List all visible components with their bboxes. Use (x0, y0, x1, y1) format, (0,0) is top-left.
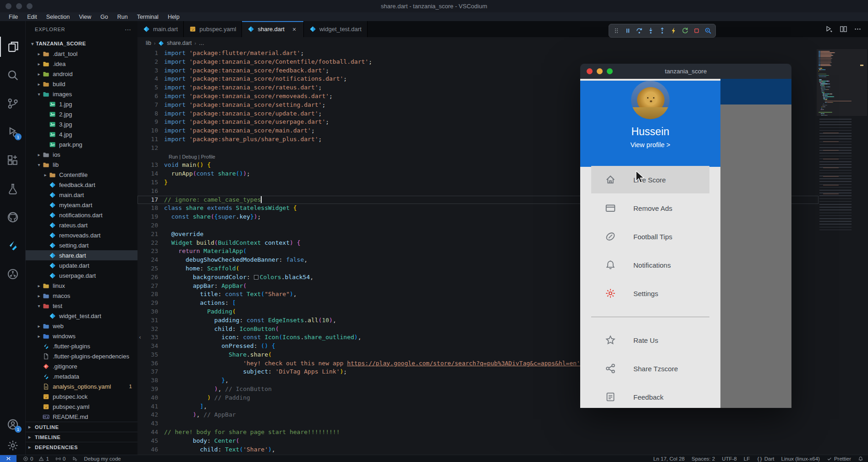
tree-item-web[interactable]: ▸web (26, 321, 137, 331)
menu-run[interactable]: Run (113, 13, 132, 21)
tree-item-windows[interactable]: ▸windows (26, 331, 137, 341)
tree-item-userpage-dart[interactable]: userpage.dart (26, 270, 137, 280)
launch-config[interactable]: Debug my code (84, 456, 121, 462)
minimize-window-icon[interactable] (16, 3, 22, 9)
step-into-button[interactable] (646, 25, 656, 36)
tree-item-removeads-dart[interactable]: removeads.dart (26, 230, 137, 240)
widget-inspector-button[interactable] (703, 25, 713, 36)
tree-item-macos[interactable]: ▸macos (26, 291, 137, 301)
activity-graph[interactable] (0, 264, 26, 284)
run-debug-dropdown[interactable] (825, 25, 833, 33)
tree-item-test[interactable]: ▾test (26, 301, 137, 311)
breadcrumb[interactable]: lib›share.dart›… (137, 37, 868, 49)
tab-share-dart[interactable]: share.dart× (242, 21, 304, 37)
app-close-icon[interactable] (587, 68, 593, 74)
tab-widget_test-dart[interactable]: widget_test.dart (304, 21, 368, 37)
menu-go[interactable]: Go (96, 13, 112, 21)
activity-files[interactable] (0, 37, 26, 57)
activity-ext[interactable] (0, 150, 26, 170)
encoding[interactable]: UTF-8 (722, 456, 737, 462)
tree-item-widget-test-dart[interactable]: widget_test.dart (26, 311, 137, 321)
hot-reload-button[interactable] (669, 25, 679, 36)
tree-item-feedback-dart[interactable]: feedback.dart (26, 180, 137, 190)
tree-item-update-dart[interactable]: update.dart (26, 260, 137, 270)
pause-button[interactable] (623, 25, 633, 36)
menu-file[interactable]: File (5, 13, 22, 21)
drawer-item-remove-ads[interactable]: Remove Ads (591, 194, 709, 222)
drag-grip-button[interactable] (611, 25, 621, 36)
tab-main-dart[interactable]: main.dart (137, 21, 184, 37)
tree-item--dart-tool[interactable]: ▸.dart_tool (26, 49, 137, 59)
tab-pubspec-yaml[interactable]: pubspec.yaml (184, 21, 242, 37)
drawer-header[interactable]: Hussein View profile > (580, 81, 720, 167)
drawer-item-live-score[interactable]: Live Score (591, 166, 709, 193)
tree-item-contentfile[interactable]: ▸Contentfile (26, 170, 137, 180)
activity-beaker[interactable] (0, 179, 26, 199)
tree-item-lib[interactable]: ▾lib (26, 160, 137, 170)
step-out-button[interactable] (657, 25, 667, 36)
remote-indicator[interactable] (0, 455, 16, 462)
drawer-item-share-tzscore[interactable]: Share Tzscore (591, 355, 709, 382)
eol[interactable]: LF (744, 456, 750, 462)
notifications[interactable] (858, 456, 863, 462)
tree-item-pubspec-lock[interactable]: pubspec.lock (26, 391, 137, 402)
tree-item--gitignore[interactable]: .gitignore (26, 361, 137, 371)
activity-github[interactable] (0, 207, 26, 227)
section-outline[interactable]: ▸OUTLINE (26, 422, 137, 432)
activity-debug[interactable]: 1 (0, 122, 26, 142)
close-window-icon[interactable] (5, 3, 11, 9)
tree-item-tanzania-score[interactable]: ▾TANZANIA_SCORE (26, 38, 137, 49)
tree-item-2-jpg[interactable]: 2.jpg (26, 109, 137, 119)
split-editor[interactable] (840, 25, 847, 33)
tree-item--flutter-plugins-dependencies[interactable]: .flutter-plugins-dependencies (26, 351, 137, 361)
window-controls[interactable] (5, 3, 33, 9)
breadcrumb-file[interactable]: share.dart (167, 40, 192, 46)
tree-item--metadata[interactable]: .metadata (26, 371, 137, 381)
indentation[interactable]: Spaces: 2 (692, 456, 715, 462)
tree-item-analysis-options-yaml[interactable]: analysis_options.yaml 1 (26, 381, 137, 391)
tree-item-images[interactable]: ▾images (26, 89, 137, 99)
tree-item-share-dart[interactable]: share.dart (26, 250, 137, 260)
section-dependencies[interactable]: ▸DEPENDENCIES (26, 442, 137, 452)
tree-item-3-jpg[interactable]: 3.jpg (26, 119, 137, 129)
activity-git[interactable] (0, 94, 26, 114)
menu-edit[interactable]: Edit (23, 13, 41, 21)
tree-item-4-jpg[interactable]: 4.jpg (26, 129, 137, 139)
problems[interactable]: 01 (23, 456, 49, 462)
app-minimize-icon[interactable] (597, 68, 603, 74)
drawer-item-notifications[interactable]: Notifications (591, 251, 709, 279)
language[interactable]: {}Dart (757, 456, 774, 462)
breadcrumb-folder[interactable]: lib (146, 40, 151, 46)
breadcrumb-symbol[interactable]: … (199, 40, 204, 46)
close-tab-icon[interactable]: × (291, 26, 298, 33)
maximize-window-icon[interactable] (27, 3, 33, 9)
tree-item-ios[interactable]: ▸ios (26, 149, 137, 160)
tree-item--flutter-plugins[interactable]: .flutter-plugins (26, 341, 137, 351)
restart-button[interactable] (680, 25, 690, 36)
drawer-item-settings[interactable]: Settings (591, 280, 709, 307)
app-window-controls[interactable] (587, 68, 613, 74)
tree-item-readme-md[interactable]: README.md (26, 412, 137, 422)
cursor-position[interactable]: Ln 17, Col 28 (654, 456, 685, 462)
tree-item-build[interactable]: ▸build (26, 79, 137, 89)
drawer-item-rate-us[interactable]: Rate Us (591, 326, 709, 354)
tree-item-myteam-dart[interactable]: myteam.dart (26, 200, 137, 210)
drawer-item-football-tips[interactable]: Football Tips (591, 223, 709, 250)
os[interactable]: Linux (linux-x64) (781, 456, 820, 462)
step-over-button[interactable] (634, 25, 644, 36)
minimap[interactable] (819, 49, 863, 455)
stop-button[interactable] (692, 25, 702, 36)
tree-item-rateus-dart[interactable]: rateus.dart (26, 220, 137, 230)
activity-gear[interactable] (0, 435, 26, 456)
tree-item-park-png[interactable]: park.png (26, 139, 137, 149)
more-actions[interactable] (854, 25, 862, 33)
tree-item-main-dart[interactable]: main.dart (26, 190, 137, 200)
explorer-more-actions-icon[interactable]: ··· (125, 26, 131, 33)
tree-item-notifications-dart[interactable]: notifications.dart (26, 210, 137, 220)
menu-view[interactable]: View (75, 13, 95, 21)
tree-item--idea[interactable]: ▸.idea (26, 59, 137, 69)
debug-status[interactable] (72, 456, 77, 462)
section-timeline[interactable]: ▸TIMELINE (26, 432, 137, 442)
prettier[interactable]: Prettier (827, 456, 851, 462)
menu-terminal[interactable]: Terminal (133, 13, 163, 21)
